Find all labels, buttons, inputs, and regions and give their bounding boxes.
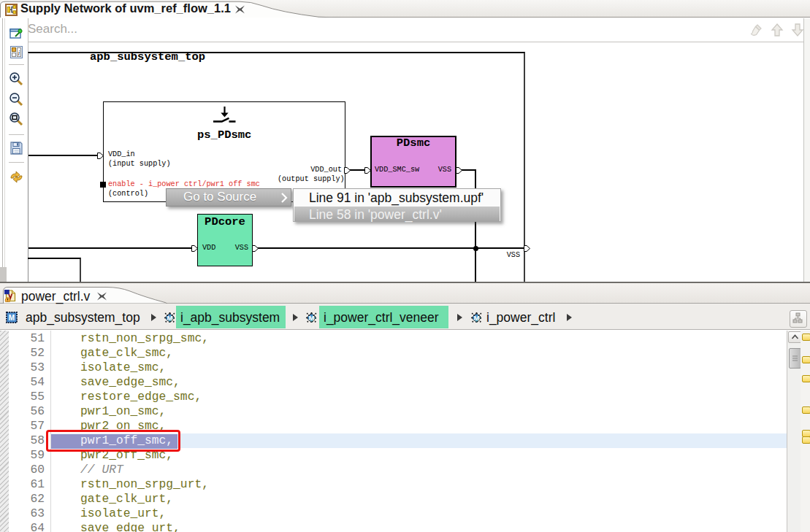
svg-text:M: M	[9, 314, 15, 322]
svg-text:M: M	[309, 314, 315, 322]
svg-text:i: i	[18, 49, 20, 57]
svg-text:M: M	[474, 314, 480, 322]
svg-text:M: M	[167, 314, 173, 322]
